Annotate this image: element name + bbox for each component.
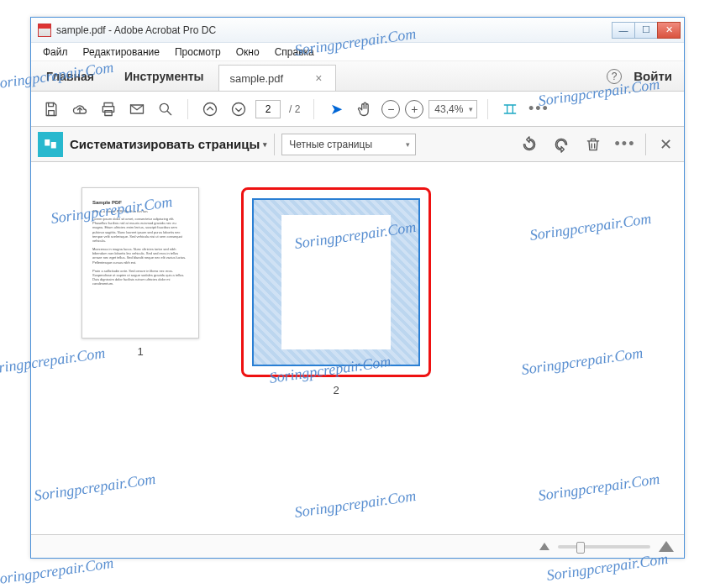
watermark: Soringpcrepair.Com: [0, 554, 115, 588]
delete-icon[interactable]: [581, 133, 605, 156]
zoom-slider[interactable]: [558, 545, 650, 549]
tab-document[interactable]: sample.pdf ×: [218, 65, 336, 91]
hand-tool-icon[interactable]: [353, 97, 376, 121]
tab-home[interactable]: Главная: [31, 61, 109, 91]
cloud-icon[interactable]: [68, 97, 92, 121]
application-window: sample.pdf - Adobe Acrobat Pro DC — ☐ ✕ …: [30, 17, 685, 559]
statusbar: [31, 534, 684, 558]
page-number-1: 1: [137, 345, 143, 358]
svg-point-5: [204, 102, 217, 115]
zoom-small-icon[interactable]: [539, 543, 549, 550]
svg-point-6: [233, 102, 245, 115]
more-icon[interactable]: •••: [527, 97, 550, 121]
tab-close-icon[interactable]: ×: [312, 71, 325, 85]
print-icon[interactable]: [97, 97, 120, 121]
mail-icon[interactable]: [125, 97, 149, 121]
menu-window[interactable]: Окно: [229, 45, 266, 60]
rotate-cw-icon[interactable]: [549, 133, 573, 156]
tab-tools[interactable]: Инструменты: [109, 61, 219, 91]
page-thumbnail-2[interactable]: [252, 198, 420, 366]
highlight-annotation: [241, 187, 431, 377]
menu-view[interactable]: Просмотр: [168, 45, 228, 60]
zoom-select[interactable]: 43,4%: [428, 100, 477, 118]
menu-edit[interactable]: Редактирование: [76, 45, 166, 60]
close-button[interactable]: ✕: [657, 22, 681, 39]
save-icon[interactable]: [39, 97, 63, 121]
organize-toolbar: Систематизировать страницы Четные страни…: [31, 127, 684, 162]
tab-row: Главная Инструменты sample.pdf × ? Войти: [31, 61, 684, 92]
svg-rect-7: [45, 139, 50, 146]
search-icon[interactable]: [154, 97, 177, 121]
window-title: sample.pdf - Adobe Acrobat Pro DC: [56, 24, 216, 36]
thumb1-sub: This is a simple PDF file. Fun fun fun.: [92, 209, 188, 213]
page-thumbnail-1[interactable]: Sample PDF This is a simple PDF file. Fu…: [81, 187, 199, 358]
menu-help[interactable]: Справка: [268, 45, 321, 60]
thumb1-heading: Sample PDF: [92, 200, 188, 207]
page-number-input[interactable]: [255, 100, 281, 118]
fit-width-icon[interactable]: [498, 97, 522, 121]
zoom-in-icon[interactable]: +: [405, 100, 423, 118]
organize-title-dropdown[interactable]: Систематизировать страницы: [70, 137, 267, 151]
close-panel-icon[interactable]: ✕: [655, 135, 677, 154]
page-up-icon[interactable]: [198, 97, 222, 121]
minimize-button[interactable]: —: [612, 22, 635, 39]
page-down-icon[interactable]: [227, 97, 250, 121]
zoom-large-icon[interactable]: [659, 541, 674, 552]
app-icon: [38, 24, 51, 37]
help-icon[interactable]: ?: [607, 69, 622, 84]
select-tool-icon[interactable]: ➤: [324, 97, 348, 121]
login-button[interactable]: Войти: [634, 69, 672, 83]
svg-point-4: [160, 103, 168, 112]
page-number-2: 2: [333, 384, 339, 396]
page-total-label: / 2: [286, 103, 303, 115]
page-filter-select[interactable]: Четные страницы: [281, 134, 416, 155]
menu-file[interactable]: Файл: [36, 45, 75, 60]
main-toolbar: / 2 ➤ − + 43,4% •••: [31, 92, 684, 127]
titlebar: sample.pdf - Adobe Acrobat Pro DC — ☐ ✕: [31, 18, 684, 43]
organize-pages-icon: [38, 132, 63, 157]
svg-rect-8: [51, 142, 56, 149]
tab-document-label: sample.pdf: [229, 72, 283, 85]
svg-rect-2: [105, 110, 112, 115]
maximize-button[interactable]: ☐: [634, 22, 658, 39]
menubar: Файл Редактирование Просмотр Окно Справк…: [31, 43, 684, 61]
zoom-out-icon[interactable]: −: [381, 100, 400, 118]
more-options-icon[interactable]: •••: [613, 133, 637, 156]
pages-panel: Sample PDF This is a simple PDF file. Fu…: [31, 162, 684, 534]
rotate-ccw-icon[interactable]: [518, 133, 541, 156]
